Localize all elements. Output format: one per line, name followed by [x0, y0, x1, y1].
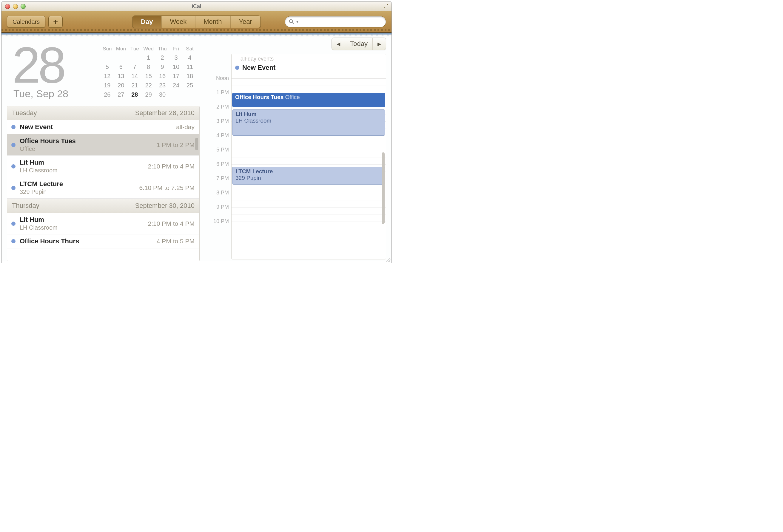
left-column: 28 Tue, Sep 28 SunMonTueWedThuFriSat1234… [1, 36, 205, 261]
mini-day-cell[interactable]: 9 [157, 64, 167, 70]
event-title: Office Hours Tues [235, 94, 283, 100]
mini-day-cell[interactable]: 7 [129, 64, 139, 70]
resize-grip-icon[interactable] [385, 257, 390, 262]
event-list-row[interactable]: Office Hours Thurs4 PM to 5 PM [7, 234, 199, 248]
all-day-event[interactable]: New Event [235, 64, 382, 72]
list-scrollbar-thumb[interactable] [195, 138, 198, 150]
mini-day-cell[interactable]: 28 [129, 91, 139, 98]
mini-day-cell[interactable] [102, 54, 112, 61]
mini-day-cell[interactable]: 10 [171, 64, 181, 70]
mini-day-cell[interactable]: 21 [129, 82, 139, 89]
event-location: Office [285, 94, 300, 100]
mini-day-cell[interactable]: 5 [102, 64, 112, 70]
hour-label: 8 PM [216, 190, 229, 196]
mini-day-cell[interactable] [129, 54, 139, 61]
mini-day-cell[interactable]: 27 [116, 91, 126, 98]
event-list-row[interactable]: LTCM Lecture329 Pupin6:10 PM to 7:25 PM [7, 177, 199, 199]
mini-day-cell[interactable]: 16 [157, 73, 167, 79]
mini-day-cell[interactable]: 23 [157, 82, 167, 89]
prev-day-button[interactable]: ◀ [332, 38, 345, 50]
big-date: 28 Tue, Sep 28 [12, 43, 68, 100]
mini-day-cell[interactable] [185, 91, 195, 98]
mini-day-cell[interactable]: 4 [185, 54, 195, 61]
search-input[interactable] [300, 19, 382, 25]
calendar-color-dot [11, 164, 15, 168]
mini-day-cell[interactable] [116, 54, 126, 61]
mini-day-cell[interactable]: 17 [171, 73, 181, 79]
mini-day-cell[interactable]: 25 [185, 82, 195, 89]
view-month-button[interactable]: Month [195, 16, 230, 28]
event-time: 6:10 PM to 7:25 PM [139, 184, 194, 192]
all-day-label: all-day events [241, 56, 382, 62]
event-time: 2:10 PM to 4 PM [148, 163, 194, 170]
torn-paper-decoration [1, 33, 392, 36]
view-day-button[interactable]: Day [132, 16, 161, 28]
mini-dow: Fri [171, 46, 181, 52]
view-switcher: DayWeekMonthYear [132, 15, 261, 28]
event-title: New Event [20, 123, 53, 131]
mini-day-cell[interactable]: 6 [116, 64, 126, 70]
titlebar: iCal [1, 1, 392, 11]
mini-dow: Tue [129, 46, 139, 52]
day-scrollbar-thumb[interactable] [382, 153, 385, 224]
mini-day-cell[interactable]: 24 [171, 82, 181, 89]
search-menu-caret-icon[interactable]: ▼ [296, 20, 299, 24]
today-button[interactable]: Today [345, 38, 372, 50]
mini-day-cell[interactable]: 2 [157, 54, 167, 61]
search-field[interactable]: ▼ [285, 16, 386, 27]
event-list: TuesdaySeptember 28, 2010New Eventall-da… [7, 106, 200, 261]
big-day-number: 28 [12, 43, 68, 87]
event-location: 329 Pupin [20, 189, 63, 195]
event-list-row[interactable]: Lit HumLH Classroom2:10 PM to 4 PM [7, 156, 199, 177]
mini-day-cell[interactable]: 22 [143, 82, 154, 89]
event-title: New Event [242, 64, 275, 72]
timed-event[interactable]: Office Hours Tues Office [232, 93, 385, 107]
search-icon [288, 19, 294, 25]
mini-day-cell[interactable] [171, 91, 181, 98]
timed-event[interactable]: Lit HumLH Classroom [232, 109, 385, 136]
mini-day-cell[interactable]: 19 [102, 82, 112, 89]
mini-day-cell[interactable]: 3 [171, 54, 181, 61]
mini-day-cell[interactable]: 14 [129, 73, 139, 79]
mini-month[interactable]: SunMonTueWedThuFriSat1234567891011121314… [98, 43, 198, 100]
mini-day-cell[interactable]: 1 [143, 54, 154, 61]
hour-labels: Noon1 PM2 PM3 PM4 PM5 PM6 PM7 PM8 PM9 PM… [209, 54, 231, 260]
zoom-window-button[interactable] [21, 4, 26, 9]
triangle-left-icon: ◀ [337, 41, 340, 47]
calendar-color-dot [11, 125, 15, 129]
event-location: Office [20, 145, 76, 153]
list-section-day: Thursday [12, 202, 39, 210]
add-event-button[interactable]: + [48, 16, 63, 28]
time-grid[interactable]: Office Hours Tues OfficeLit HumLH Classr… [231, 78, 386, 259]
mini-day-cell[interactable]: 8 [143, 64, 154, 70]
event-list-row[interactable]: Lit HumLH Classroom2:10 PM to 4 PM [7, 213, 199, 234]
event-list-row[interactable]: New Eventall-day [7, 120, 199, 134]
event-list-row[interactable]: Office Hours TuesOffice1 PM to 2 PM [7, 134, 199, 156]
mini-day-cell[interactable]: 18 [185, 73, 195, 79]
view-week-button[interactable]: Week [161, 16, 195, 28]
mini-day-cell[interactable]: 13 [116, 73, 126, 79]
mini-day-cell[interactable]: 15 [143, 73, 154, 79]
fullscreen-icon[interactable] [383, 3, 389, 9]
close-window-button[interactable] [5, 4, 10, 9]
view-year-button[interactable]: Year [230, 16, 260, 28]
next-day-button[interactable]: ▶ [372, 38, 386, 50]
event-time: 2:10 PM to 4 PM [148, 220, 194, 227]
event-title: Lit Hum [236, 111, 257, 117]
content-area: 28 Tue, Sep 28 SunMonTueWedThuFriSat1234… [1, 36, 392, 261]
hour-label: 1 PM [216, 90, 229, 96]
calendars-button[interactable]: Calendars [7, 16, 45, 28]
day-grid[interactable]: all-day events New Event Office Hours Tu… [231, 54, 386, 260]
mini-day-cell[interactable]: 12 [102, 73, 112, 79]
minimize-window-button[interactable] [13, 4, 18, 9]
mini-day-cell[interactable]: 29 [143, 91, 154, 98]
date-navigator: ◀ Today ▶ [332, 38, 386, 50]
hour-label: 10 PM [213, 218, 229, 225]
list-section-header: ThursdaySeptember 30, 2010 [7, 199, 199, 213]
mini-day-cell[interactable]: 30 [157, 91, 167, 98]
timed-event[interactable]: LTCM Lecture329 Pupin [232, 167, 385, 185]
mini-day-cell[interactable]: 20 [116, 82, 126, 89]
mini-day-cell[interactable]: 26 [102, 91, 112, 98]
mini-dow: Sun [102, 46, 112, 52]
mini-day-cell[interactable]: 11 [185, 64, 195, 70]
